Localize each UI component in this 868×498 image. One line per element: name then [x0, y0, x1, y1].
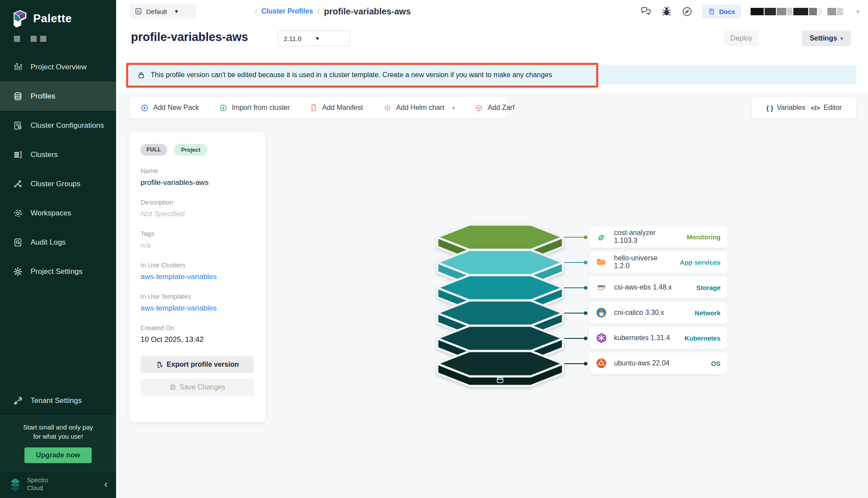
version-select[interactable]: 2.11.0 ▾ — [278, 31, 350, 46]
field-in-use-templates: In Use Templates aws-template-variables — [141, 293, 254, 313]
export-profile-version-button[interactable]: Export profile version — [141, 356, 254, 373]
docs-button[interactable]: Docs — [702, 5, 741, 18]
pack-card-csi-aws-ebs[interactable]: aws csi-aws-ebs 1.48.x Storage — [589, 276, 727, 298]
field-name: Name profile-variables-aws — [141, 167, 254, 187]
pack-card-cost-analyzer[interactable]: cost-analyzer 1.103.3 Monitoring — [589, 226, 727, 248]
helm-wheel-icon — [383, 103, 392, 112]
sidebar-item-audit-logs[interactable]: Audit Logs — [0, 228, 116, 257]
folder-icon — [596, 256, 607, 268]
chevron-down-icon: ▾ — [316, 34, 345, 42]
breadcrumb-separator: / — [255, 7, 257, 16]
lock-icon — [137, 71, 145, 79]
collapse-sidebar-icon[interactable]: ‹ — [104, 479, 107, 490]
sidebar-item-label: Audit Logs — [31, 238, 65, 247]
field-in-use-clusters: In Use Clusters aws-template-variables — [141, 261, 254, 281]
in-use-template-link[interactable]: aws-template-variables — [141, 304, 254, 313]
field-value: n/a — [141, 241, 254, 250]
pack-card-cni-calico[interactable]: cni-calico 3.30.x Network — [589, 302, 727, 324]
tenant-settings-label: Tenant Settings — [31, 396, 82, 405]
add-new-pack-button[interactable]: Add New Pack — [141, 104, 199, 112]
window-icon — [496, 376, 504, 384]
breadcrumb-separator: / — [317, 7, 319, 16]
import-from-cluster-button[interactable]: Import from cluster — [219, 104, 290, 112]
sidebar-item-project-settings[interactable]: Project Settings — [0, 257, 116, 286]
pack-toolbar: Add New Pack Import from cluster Add Man… — [129, 97, 508, 119]
upgrade-text-line2: for what you use! — [0, 432, 116, 441]
pack-category: App services — [680, 259, 720, 266]
ubuntu-icon — [596, 358, 607, 369]
sidebar-item-label: Clusters — [31, 150, 58, 159]
variables-button[interactable]: { } Variables — [766, 104, 805, 112]
code-icon: </> — [810, 104, 820, 112]
sidebar-item-cluster-groups[interactable]: Cluster Groups — [0, 169, 116, 198]
upgrade-now-button[interactable]: Upgrade now — [24, 447, 91, 463]
project-selector[interactable]: Default ▾ — [130, 4, 196, 18]
brand-name: Palette — [33, 12, 72, 25]
sidebar-item-project-overview[interactable]: Project Overview — [0, 52, 116, 82]
pack-card-ubuntu-aws[interactable]: ubuntu-aws 22.04 OS — [589, 352, 727, 374]
settings-button[interactable]: Settings ▾ — [802, 31, 851, 46]
sidebar-item-workspaces[interactable]: Workspaces — [0, 198, 116, 228]
toolbar-item-label: Import from cluster — [232, 104, 290, 112]
pack-name: kubernetes 1.31.4 — [614, 334, 677, 342]
compass-icon[interactable] — [682, 6, 693, 17]
sidebar-item-tenant-settings[interactable]: Tenant Settings — [0, 386, 116, 416]
save-button-label: Save Changes — [180, 383, 226, 391]
bug-report-icon[interactable] — [661, 6, 672, 17]
pack-category: Network — [695, 309, 720, 317]
sidebar-item-clusters[interactable]: Clusters — [0, 140, 116, 169]
sidebar-item-label: Cluster Groups — [31, 180, 80, 188]
sidebar-item-label: Workspaces — [31, 209, 71, 218]
pack-category: OS — [711, 360, 720, 367]
add-zarf-button[interactable]: Add Zarf — [475, 104, 514, 112]
braces-icon: { } — [766, 104, 773, 112]
sidebar-item-profiles[interactable]: Profiles — [0, 82, 116, 111]
view-switcher: { } Variables </> Editor — [752, 97, 856, 119]
save-changes-button[interactable]: Save Changes — [141, 379, 254, 396]
sidebar-nav: Project Overview Profiles Cluster Config… — [0, 52, 116, 286]
redacted-user-name — [751, 8, 843, 15]
breadcrumb-link-cluster-profiles[interactable]: Cluster Profiles — [261, 7, 313, 15]
tools-icon — [13, 396, 23, 406]
connector-dot — [584, 235, 587, 239]
import-arrow-icon — [219, 104, 227, 112]
sidebar-item-label: Profiles — [31, 92, 55, 101]
version-select-value: 2.11.0 — [284, 35, 312, 42]
stack-icon — [13, 92, 23, 101]
doc-search-icon — [13, 238, 23, 247]
footer-brand-line2: Cloud — [27, 484, 48, 492]
pack-card-kubernetes[interactable]: kubernetes 1.31.4 Kubernetes — [589, 327, 727, 349]
chat-icon[interactable] — [640, 6, 652, 17]
in-use-cluster-link[interactable]: aws-template-variables — [141, 273, 254, 281]
field-created-on: Created On 10 Oct 2025, 13:42 — [141, 324, 254, 344]
deploy-button[interactable]: Deploy — [724, 31, 759, 46]
sidebar-item-label: Project Settings — [31, 267, 82, 276]
bar-chart-icon — [13, 62, 23, 72]
profile-layer-os[interactable] — [436, 350, 564, 388]
field-description: Description Not Specified — [141, 198, 254, 218]
redaction-block — [818, 8, 822, 15]
editor-label: Editor — [823, 104, 842, 112]
sidebar-footer: Spectro Cloud ‹ — [0, 471, 116, 498]
sidebar-item-label: Project Overview — [31, 63, 86, 72]
toolbar-item-label: Add Manifest — [322, 104, 363, 112]
palette-console: Palette Project Overview — [0, 0, 868, 498]
profile-details-card: FULL Project Name profile-variables-aws … — [129, 132, 265, 422]
field-tags: Tags n/a — [141, 230, 254, 250]
book-icon — [708, 8, 716, 15]
topbar: Default ▾ / Cluster Profiles / profile-v… — [116, 0, 868, 23]
field-label: Description — [141, 198, 254, 206]
breadcrumb-current: profile-variables-aws — [324, 7, 411, 17]
plus-circle-icon — [141, 104, 149, 112]
user-menu-chevron-icon[interactable]: ▾ — [856, 8, 859, 15]
sidebar-item-cluster-configurations[interactable]: Cluster Configurations — [0, 111, 116, 140]
editor-button[interactable]: </> Editor — [810, 104, 841, 112]
field-value: Not Specified — [141, 210, 254, 218]
redaction-block — [827, 8, 836, 15]
pack-card-hello-universe[interactable]: hello-universe 1.2.0 App services — [589, 251, 727, 273]
export-button-label: Export profile version — [167, 361, 239, 368]
add-helm-chart-button[interactable]: Add Helm chart ▾ — [383, 103, 455, 112]
breadcrumb: / Cluster Profiles / profile-variables-a… — [255, 0, 411, 23]
manifest-file-icon — [310, 104, 318, 112]
add-manifest-button[interactable]: Add Manifest — [310, 104, 363, 112]
